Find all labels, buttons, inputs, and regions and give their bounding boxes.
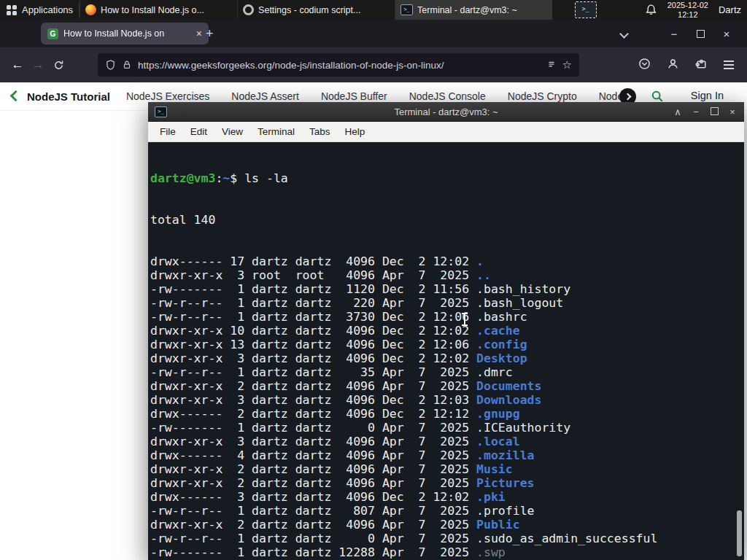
tracking-shield-icon[interactable] <box>105 60 116 71</box>
terminal-menu-item[interactable]: Help <box>338 124 373 139</box>
terminal-listing-line: drwxr-xr-x 3 dartz dartz 4096 Dec 2 12:0… <box>150 351 744 365</box>
terminal-listing-line: -rw------- 1 dartz dartz 12288 Apr 7 202… <box>150 545 744 559</box>
terminal-menu-item[interactable]: Tabs <box>302 124 338 139</box>
sign-in-button[interactable]: Sign In <box>691 90 724 101</box>
gfg-scroll-left-icon[interactable] <box>12 90 20 103</box>
terminal-listing-line: -rw-r--r-- 1 dartz dartz 0 Apr 7 2025 .s… <box>150 532 744 545</box>
taskbar-button-label: How to Install Node.js o... <box>101 5 204 15</box>
terminal-listing-line: -rw-r--r-- 1 dartz dartz 807 Apr 7 2025 … <box>150 504 744 518</box>
applications-icon <box>6 4 18 16</box>
terminal-menu-item[interactable]: Edit <box>183 124 214 139</box>
taskbar-button[interactable]: >_ Terminal - dartz@vm3: ~ <box>395 0 552 20</box>
mouse-cursor <box>464 314 465 325</box>
new-tab-button[interactable]: + <box>206 26 214 42</box>
reload-button[interactable] <box>48 58 69 72</box>
account-icon[interactable] <box>667 58 679 73</box>
gear-icon <box>243 4 254 15</box>
panel-user[interactable]: Dartz <box>719 4 743 15</box>
gfg-nav-link[interactable]: NodeJS Console <box>409 90 486 102</box>
terminal-maximize-button[interactable] <box>709 106 719 117</box>
terminal-listing-line: drwxr-xr-x 3 dartz dartz 4096 Apr 7 2025… <box>150 435 744 448</box>
terminal-listing-line: -rw-r--r-- 1 dartz dartz 220 Apr 7 2025 … <box>150 296 744 310</box>
terminal-listing-line: drwxr-xr-x 3 root root 4096 Apr 7 2025 .… <box>150 268 744 282</box>
terminal-listing-line: drwxr-xr-x 2 dartz dartz 4096 Apr 7 2025… <box>150 518 744 532</box>
terminal-titlebar[interactable]: >_ Terminal - dartz@vm3: ~ ∧ − × <box>148 102 744 122</box>
terminal-title: Terminal - dartz@vm3: ~ <box>148 106 744 117</box>
terminal-listing-line: -rw------- 1 dartz dartz 0 Apr 7 2025 .I… <box>150 421 744 435</box>
terminal-total-line: total 140 <box>150 213 744 227</box>
terminal-listing-line: drwxr-xr-x 2 dartz dartz 4096 Apr 7 2025… <box>150 476 744 490</box>
maximize-button[interactable] <box>687 28 713 40</box>
tab-title: How to Install Node.js on <box>63 28 191 39</box>
browser-tab-bar: G How to Install Node.js on × + − × <box>0 20 747 47</box>
terminal-content[interactable]: dartz@vm3:~$ ls -la total 140 drwx------… <box>148 142 744 560</box>
terminal-listing-line: drwxr-xr-x 2 dartz dartz 4096 Apr 7 2025… <box>150 462 744 476</box>
taskbar-button[interactable]: Settings - codium script... <box>237 0 395 20</box>
notification-bell-icon[interactable] <box>645 4 657 16</box>
panel-clock[interactable]: 2025-12-02 12:12 <box>667 1 708 19</box>
window-controls: − × <box>621 20 740 47</box>
applications-label: Applications <box>22 4 73 15</box>
clock-date: 2025-12-02 <box>667 1 708 10</box>
browser-nav-toolbar: ← → https://www.geeksforgeeks.org/node-j… <box>0 47 747 82</box>
gfg-nav-link[interactable]: NodeJS Buffer <box>321 90 387 102</box>
tab-close-icon[interactable]: × <box>196 28 202 39</box>
terminal-menu-item[interactable]: File <box>152 124 183 139</box>
terminal-listing-line: drwx------ 4 dartz dartz 4096 Apr 7 2025… <box>150 448 744 462</box>
terminal-listing-line: drwxr-xr-x 10 dartz dartz 4096 Dec 2 12:… <box>150 324 744 338</box>
terminal-window: >_ Terminal - dartz@vm3: ~ ∧ − × FileEdi… <box>148 102 744 560</box>
browser-tab[interactable]: G How to Install Node.js on × <box>41 23 209 44</box>
pocket-icon[interactable] <box>638 58 651 73</box>
terminal-icon: >_ <box>400 4 413 15</box>
gfg-nav-link[interactable]: NodeJS Exercises <box>126 90 209 102</box>
shade-button[interactable]: ∧ <box>673 106 683 117</box>
tab-favicon: G <box>47 28 58 39</box>
terminal-minimize-button[interactable]: − <box>691 106 701 117</box>
terminal-listing-line: drwxr-xr-x 2 dartz dartz 4096 Apr 7 2025… <box>150 379 744 393</box>
extensions-icon[interactable] <box>695 58 708 73</box>
terminal-listing-line: -rw------- 1 dartz dartz 1120 Dec 2 11:5… <box>150 282 744 296</box>
list-all-tabs-icon[interactable] <box>621 27 627 40</box>
clock-time: 12:12 <box>667 10 708 20</box>
menu-icon[interactable] <box>724 58 734 71</box>
terminal-menubar: FileEditViewTerminalTabsHelp <box>148 122 744 142</box>
top-panel: Applications How to Install Node.js o...… <box>0 0 747 20</box>
taskbar-button-label: Terminal - dartz@vm3: ~ <box>417 5 517 15</box>
terminal-menu-item[interactable]: Terminal <box>250 124 302 139</box>
terminal-listing: drwx------ 17 dartz dartz 4096 Dec 2 12:… <box>150 254 744 560</box>
gfg-primary-link[interactable]: NodeJS Tutorial <box>27 90 110 103</box>
terminal-window-controls: ∧ − × <box>673 106 738 117</box>
url-text: https://www.geeksforgeeks.org/node-js/in… <box>138 60 541 71</box>
terminal-window-icon: >_ <box>155 106 167 117</box>
taskbar: How to Install Node.js o... Settings - c… <box>80 0 552 20</box>
close-button[interactable]: × <box>713 28 740 40</box>
terminal-menu-item[interactable]: View <box>214 124 250 139</box>
taskbar-button[interactable]: How to Install Node.js o... <box>80 0 237 20</box>
terminal-listing-line: drwxr-xr-x 3 dartz dartz 4096 Dec 2 12:0… <box>150 393 744 407</box>
terminal-listing-line: drwx------ 2 dartz dartz 4096 Dec 2 12:1… <box>150 407 744 421</box>
toolbar-right-icons <box>638 58 740 73</box>
terminal-listing-line: drwx------ 17 dartz dartz 4096 Dec 2 12:… <box>150 254 744 268</box>
back-button[interactable]: ← <box>7 58 28 72</box>
terminal-command: ls -la <box>244 171 288 185</box>
gfg-links: NodeJS ExercisesNodeJS AssertNodeJS Buff… <box>126 90 623 102</box>
tray-terminal-icon[interactable]: >_ <box>575 1 597 18</box>
terminal-scrollbar[interactable] <box>737 510 742 556</box>
terminal-close-button[interactable]: × <box>727 106 738 117</box>
terminal-listing-line: -rw-r--r-- 1 dartz dartz 35 Apr 7 2025 .… <box>150 365 744 379</box>
reader-view-icon[interactable] <box>546 60 557 70</box>
terminal-listing-line: -rw-r--r-- 1 dartz dartz 3730 Dec 2 12:0… <box>150 310 744 324</box>
firefox-icon <box>85 4 96 15</box>
bookmark-star-icon[interactable]: ☆ <box>562 58 572 71</box>
gfg-nav-link[interactable]: NodeJS Assert <box>231 90 299 102</box>
lock-icon[interactable] <box>122 60 132 70</box>
panel-tray: >_ 2025-12-02 12:12 Dartz <box>575 1 747 19</box>
forward-button: → <box>28 58 48 72</box>
terminal-listing-line: drwx------ 3 dartz dartz 4096 Dec 2 12:0… <box>150 490 744 504</box>
terminal-prompt-line: dartz@vm3:~$ ls -la <box>150 171 744 185</box>
url-bar[interactable]: https://www.geeksforgeeks.org/node-js/in… <box>98 53 579 77</box>
gfg-nav-link[interactable]: NodeJS Crypto <box>508 90 577 102</box>
applications-button[interactable]: Applications <box>0 0 79 20</box>
minimize-button[interactable]: − <box>661 28 687 40</box>
terminal-listing-line: drwxr-xr-x 13 dartz dartz 4096 Dec 2 12:… <box>150 338 744 351</box>
